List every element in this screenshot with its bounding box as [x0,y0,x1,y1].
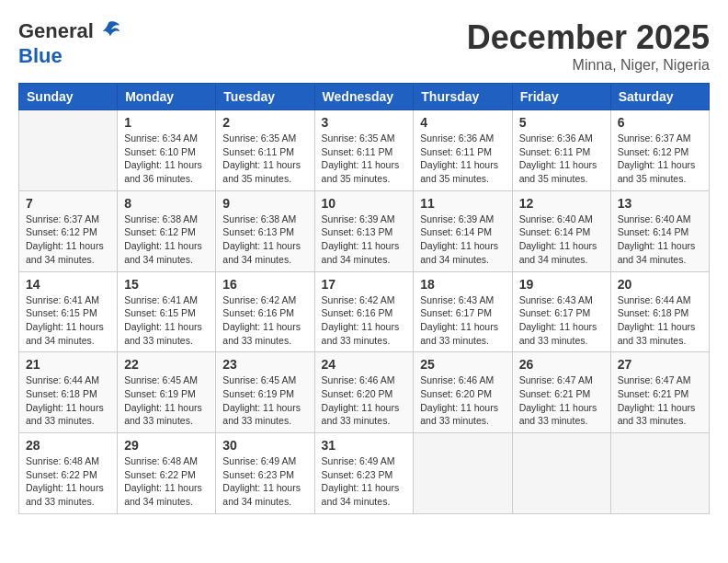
cell-info: Sunrise: 6:46 AMSunset: 6:20 PMDaylight:… [420,373,505,428]
cell-info: Sunrise: 6:47 AMSunset: 6:21 PMDaylight:… [618,373,702,428]
calendar-cell: 11Sunrise: 6:39 AMSunset: 6:14 PMDayligh… [414,190,512,271]
cell-info: Sunrise: 6:35 AMSunset: 6:11 PMDaylight:… [222,132,307,186]
calendar-cell: 23Sunrise: 6:45 AMSunset: 6:19 PMDayligh… [216,352,314,433]
calendar-cell: 3Sunrise: 6:35 AMSunset: 6:11 PMDaylight… [314,110,414,191]
calendar-week-3: 14Sunrise: 6:41 AMSunset: 6:15 PMDayligh… [19,271,710,352]
calendar-cell: 27Sunrise: 6:47 AMSunset: 6:21 PMDayligh… [610,352,709,433]
day-number: 16 [222,277,307,292]
calendar-cell: 12Sunrise: 6:40 AMSunset: 6:14 PMDayligh… [512,190,610,271]
day-number: 24 [322,357,407,372]
cell-info: Sunrise: 6:41 AMSunset: 6:15 PMDaylight:… [124,293,209,348]
day-number: 25 [420,357,505,372]
day-number: 5 [519,115,604,130]
cell-info: Sunrise: 6:45 AMSunset: 6:19 PMDaylight:… [124,373,209,428]
cell-info: Sunrise: 6:46 AMSunset: 6:20 PMDaylight:… [322,373,407,428]
calendar-cell [19,110,118,191]
calendar-cell: 9Sunrise: 6:38 AMSunset: 6:13 PMDaylight… [216,190,314,271]
calendar-cell: 7Sunrise: 6:37 AMSunset: 6:12 PMDaylight… [19,190,118,271]
calendar-cell: 17Sunrise: 6:42 AMSunset: 6:16 PMDayligh… [314,271,414,352]
calendar-cell: 14Sunrise: 6:41 AMSunset: 6:15 PMDayligh… [19,271,118,352]
calendar-cell: 13Sunrise: 6:40 AMSunset: 6:14 PMDayligh… [610,190,709,271]
day-number: 14 [26,277,110,292]
calendar-header-monday: Monday [118,84,216,110]
calendar-cell: 16Sunrise: 6:42 AMSunset: 6:16 PMDayligh… [216,271,314,352]
calendar-cell: 18Sunrise: 6:43 AMSunset: 6:17 PMDayligh… [414,271,512,352]
calendar-cell: 8Sunrise: 6:38 AMSunset: 6:12 PMDaylight… [118,190,216,271]
month-title: December 2025 [467,18,710,57]
logo-general-text: General [18,19,94,43]
calendar-cell: 30Sunrise: 6:49 AMSunset: 6:23 PMDayligh… [216,433,314,514]
cell-info: Sunrise: 6:40 AMSunset: 6:14 PMDaylight:… [519,213,604,267]
cell-info: Sunrise: 6:34 AMSunset: 6:10 PMDaylight:… [124,132,209,186]
day-number: 31 [322,438,407,453]
cell-info: Sunrise: 6:37 AMSunset: 6:12 PMDaylight:… [618,132,702,186]
cell-info: Sunrise: 6:44 AMSunset: 6:18 PMDaylight:… [26,373,110,428]
day-number: 28 [26,438,110,453]
calendar-week-5: 28Sunrise: 6:48 AMSunset: 6:22 PMDayligh… [19,433,710,514]
day-number: 19 [519,277,604,292]
cell-info: Sunrise: 6:43 AMSunset: 6:17 PMDaylight:… [420,293,505,348]
calendar-cell: 24Sunrise: 6:46 AMSunset: 6:20 PMDayligh… [314,352,414,433]
calendar-header-tuesday: Tuesday [216,84,314,110]
calendar-week-2: 7Sunrise: 6:37 AMSunset: 6:12 PMDaylight… [19,190,710,271]
cell-info: Sunrise: 6:43 AMSunset: 6:17 PMDaylight:… [519,293,604,348]
calendar-header-sunday: Sunday [19,84,118,110]
calendar-cell [512,433,610,514]
calendar-cell: 26Sunrise: 6:47 AMSunset: 6:21 PMDayligh… [512,352,610,433]
day-number: 30 [222,438,307,453]
logo-bird-icon [96,18,121,44]
cell-info: Sunrise: 6:38 AMSunset: 6:12 PMDaylight:… [124,213,209,267]
calendar-cell: 10Sunrise: 6:39 AMSunset: 6:13 PMDayligh… [314,190,414,271]
day-number: 29 [124,438,209,453]
day-number: 15 [124,277,209,292]
cell-info: Sunrise: 6:38 AMSunset: 6:13 PMDaylight:… [222,213,307,267]
calendar-header-saturday: Saturday [610,84,709,110]
calendar-cell: 31Sunrise: 6:49 AMSunset: 6:23 PMDayligh… [314,433,414,514]
calendar-week-4: 21Sunrise: 6:44 AMSunset: 6:18 PMDayligh… [19,352,710,433]
cell-info: Sunrise: 6:39 AMSunset: 6:14 PMDaylight:… [420,213,505,267]
day-number: 18 [420,277,505,292]
day-number: 20 [618,277,702,292]
day-number: 12 [519,196,604,211]
day-number: 11 [420,196,505,211]
title-block: December 2025 Minna, Niger, Nigeria [467,18,710,74]
calendar-week-1: 1Sunrise: 6:34 AMSunset: 6:10 PMDaylight… [19,110,710,191]
day-number: 26 [519,357,604,372]
calendar-cell: 4Sunrise: 6:36 AMSunset: 6:11 PMDaylight… [414,110,512,191]
calendar-header-thursday: Thursday [414,84,512,110]
cell-info: Sunrise: 6:42 AMSunset: 6:16 PMDaylight:… [322,293,407,348]
location-title: Minna, Niger, Nigeria [467,57,710,74]
logo: General Blue [18,18,121,68]
calendar-cell: 20Sunrise: 6:44 AMSunset: 6:18 PMDayligh… [610,271,709,352]
calendar-cell: 25Sunrise: 6:46 AMSunset: 6:20 PMDayligh… [414,352,512,433]
calendar-cell: 28Sunrise: 6:48 AMSunset: 6:22 PMDayligh… [19,433,118,514]
cell-info: Sunrise: 6:40 AMSunset: 6:14 PMDaylight:… [618,213,702,267]
day-number: 22 [124,357,209,372]
day-number: 17 [322,277,407,292]
day-number: 9 [222,196,307,211]
cell-info: Sunrise: 6:37 AMSunset: 6:12 PMDaylight:… [26,213,110,267]
calendar-header-wednesday: Wednesday [314,84,414,110]
day-number: 7 [26,196,110,211]
calendar-cell: 6Sunrise: 6:37 AMSunset: 6:12 PMDaylight… [610,110,709,191]
calendar-cell [610,433,709,514]
cell-info: Sunrise: 6:48 AMSunset: 6:22 PMDaylight:… [26,454,110,509]
calendar-header-row: SundayMondayTuesdayWednesdayThursdayFrid… [19,84,710,110]
calendar-table: SundayMondayTuesdayWednesdayThursdayFrid… [18,83,710,514]
cell-info: Sunrise: 6:44 AMSunset: 6:18 PMDaylight:… [618,293,702,348]
day-number: 8 [124,196,209,211]
cell-info: Sunrise: 6:47 AMSunset: 6:21 PMDaylight:… [519,373,604,428]
cell-info: Sunrise: 6:35 AMSunset: 6:11 PMDaylight:… [322,132,407,186]
cell-info: Sunrise: 6:42 AMSunset: 6:16 PMDaylight:… [222,293,307,348]
cell-info: Sunrise: 6:36 AMSunset: 6:11 PMDaylight:… [420,132,505,186]
calendar-cell: 15Sunrise: 6:41 AMSunset: 6:15 PMDayligh… [118,271,216,352]
calendar-cell: 5Sunrise: 6:36 AMSunset: 6:11 PMDaylight… [512,110,610,191]
calendar-header-friday: Friday [512,84,610,110]
day-number: 23 [222,357,307,372]
cell-info: Sunrise: 6:49 AMSunset: 6:23 PMDaylight:… [322,454,407,509]
calendar-cell [414,433,512,514]
day-number: 1 [124,115,209,130]
day-number: 10 [322,196,407,211]
page-header: General Blue December 2025 Minna, Niger,… [18,18,710,74]
cell-info: Sunrise: 6:36 AMSunset: 6:11 PMDaylight:… [519,132,604,186]
